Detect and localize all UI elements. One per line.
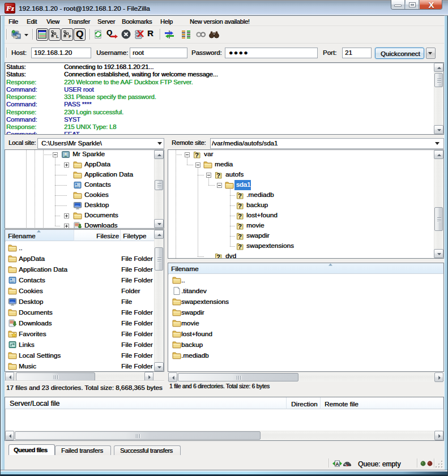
svg-text:F: F (69, 34, 71, 38)
svg-text:?: ? (238, 213, 242, 220)
svg-text:?: ? (195, 152, 199, 158)
svg-text:?: ? (238, 203, 242, 209)
svg-text:?: ? (238, 223, 242, 230)
svg-text:?: ? (238, 243, 242, 250)
svg-text:A: A (335, 461, 339, 467)
svg-text:?: ? (216, 254, 220, 258)
svg-text:L: L (56, 34, 59, 38)
svg-text:?: ? (238, 192, 242, 199)
svg-text:?: ? (216, 172, 220, 179)
svg-text:?: ? (238, 233, 242, 240)
